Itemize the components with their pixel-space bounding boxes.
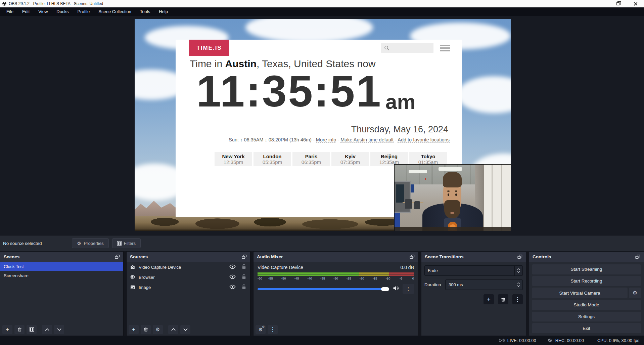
timeis-logo: TIME.IS (189, 40, 229, 56)
source-properties-button[interactable]: ⚙ (153, 325, 163, 334)
person-brow (455, 190, 457, 192)
source-item-video-capture[interactable]: Video Capture Device (127, 262, 250, 272)
controls-header[interactable]: Controls (529, 252, 644, 262)
window-titlebar[interactable]: OBS 29.1.2 - Profile: LLHLS BETA - Scene… (0, 0, 644, 7)
scenes-header[interactable]: Scenes (0, 252, 123, 262)
menu-scene-collection[interactable]: Scene Collection (95, 8, 135, 15)
lock-toggle[interactable] (242, 284, 246, 290)
menu-edit[interactable]: Edit (18, 8, 33, 15)
menu-tools[interactable]: Tools (136, 8, 154, 15)
sources-toolbar: + ⚙ (127, 323, 250, 336)
cloud (457, 76, 511, 113)
move-scene-up-button[interactable] (42, 325, 52, 334)
remove-transition-button[interactable] (498, 294, 508, 304)
transitions-header[interactable]: Scene Transitions (421, 252, 526, 262)
dock-area: Scenes Clock Test Screenshare + (0, 251, 644, 336)
scenes-panel: Scenes Clock Test Screenshare + (0, 251, 124, 336)
clock-time: 11:35:51 (196, 69, 382, 114)
menu-file[interactable]: File (3, 8, 17, 15)
visibility-toggle[interactable] (229, 285, 236, 290)
city-cell: New York12:35pm (215, 152, 252, 166)
source-item-browser[interactable]: Browser (127, 272, 250, 282)
transition-dropdown[interactable]: Fade (424, 265, 523, 276)
visibility-toggle[interactable] (229, 264, 236, 270)
add-scene-button[interactable]: + (2, 325, 12, 334)
audio-mixer-header[interactable]: Audio Mixer (254, 252, 418, 262)
remove-scene-button[interactable] (14, 325, 25, 334)
trash-icon (143, 327, 148, 332)
volume-slider-handle[interactable] (381, 287, 389, 291)
mixer-options-button[interactable]: ⋮ (268, 325, 278, 334)
add-source-button[interactable]: + (129, 325, 139, 334)
start-virtual-camera-button[interactable]: Start Virtual Camera (532, 288, 628, 298)
timeis-search-box (381, 43, 433, 53)
video-preview-canvas[interactable]: TIME.IS Time in Austin, Texas, United St… (135, 19, 511, 231)
popout-dock-icon[interactable] (517, 255, 522, 259)
close-icon (634, 2, 637, 6)
trash-icon (17, 327, 22, 332)
menu-docks[interactable]: Docks (53, 8, 72, 15)
menu-profile[interactable]: Profile (74, 8, 93, 15)
restore-button[interactable] (609, 0, 627, 7)
scenes-toolbar: + (0, 323, 123, 336)
scene-filters-button[interactable] (27, 325, 37, 334)
person-hair (443, 172, 462, 187)
studio-mode-button[interactable]: Studio Mode (532, 300, 641, 310)
person-head (443, 174, 461, 217)
channel-options-button[interactable]: ⋮ (403, 284, 414, 294)
transition-options-button[interactable]: ⋮ (512, 294, 523, 304)
volume-slider[interactable] (258, 288, 389, 290)
record-inactive-icon (547, 338, 553, 343)
sources-panel: Sources Video Capture Device Browser (126, 251, 250, 336)
source-item-image[interactable]: Image (127, 282, 250, 292)
timeis-clock: 11:35:51 am (196, 69, 416, 114)
chevron-down-icon (517, 271, 520, 273)
minimize-button[interactable] (592, 0, 609, 7)
close-button[interactable] (627, 0, 644, 7)
properties-button[interactable]: ⚙ Properties (72, 238, 109, 248)
move-source-up-button[interactable] (168, 325, 178, 334)
rec-time: REC: 00:00:00 (555, 338, 584, 343)
city-cell: Paris06:35pm (292, 152, 330, 166)
person-beard (444, 200, 460, 218)
popout-dock-icon[interactable] (242, 255, 247, 259)
lock-toggle[interactable] (242, 264, 246, 270)
move-scene-down-button[interactable] (54, 325, 64, 334)
obs-logo-icon (2, 1, 7, 6)
spinner-chevrons[interactable] (514, 280, 522, 290)
lock-toggle[interactable] (242, 274, 246, 280)
settings-button[interactable]: Settings (532, 312, 641, 322)
chevron-down-icon (517, 285, 520, 287)
menu-view[interactable]: View (35, 8, 51, 15)
gear-icon: ⚙ (155, 327, 160, 332)
duration-spinner[interactable]: 300 ms (445, 279, 523, 290)
audio-level-meter: -60 -55 -50 -45 -40 -35 -30 -25 -20 -15 … (258, 272, 414, 281)
start-streaming-button[interactable]: Start Streaming (532, 264, 641, 274)
mute-toggle[interactable] (393, 285, 399, 293)
start-recording-button[interactable]: Start Recording (532, 276, 641, 286)
advanced-audio-button[interactable]: ⚙ (256, 325, 266, 334)
person-brow (447, 190, 450, 192)
popout-dock-icon[interactable] (635, 255, 640, 259)
filters-button[interactable]: Filters (112, 238, 141, 248)
menu-help[interactable]: Help (155, 8, 172, 15)
popout-dock-icon[interactable] (115, 255, 120, 259)
remove-source-button[interactable] (141, 325, 151, 334)
mixer-volume-db: 0.0 dB (401, 265, 414, 270)
virtual-camera-config-button[interactable]: ⚙ (629, 288, 641, 298)
controls-body: Start Streaming Start Recording Start Vi… (529, 262, 644, 336)
move-source-down-button[interactable] (180, 325, 190, 334)
scene-item-clock-test[interactable]: Clock Test (0, 262, 123, 271)
camera-icon (130, 264, 135, 270)
sources-header[interactable]: Sources (127, 252, 250, 262)
exit-button[interactable]: Exit (532, 323, 641, 333)
visibility-toggle[interactable] (229, 274, 236, 280)
add-transition-button[interactable]: + (484, 294, 494, 304)
chevron-up-icon (517, 283, 520, 284)
popout-dock-icon[interactable] (410, 255, 415, 259)
filters-icon (30, 327, 34, 332)
exit-light (425, 178, 426, 180)
dropdown-chevrons (514, 266, 522, 275)
office-window-wall (483, 165, 511, 231)
scene-item-screenshare[interactable]: Screenshare (0, 271, 123, 280)
